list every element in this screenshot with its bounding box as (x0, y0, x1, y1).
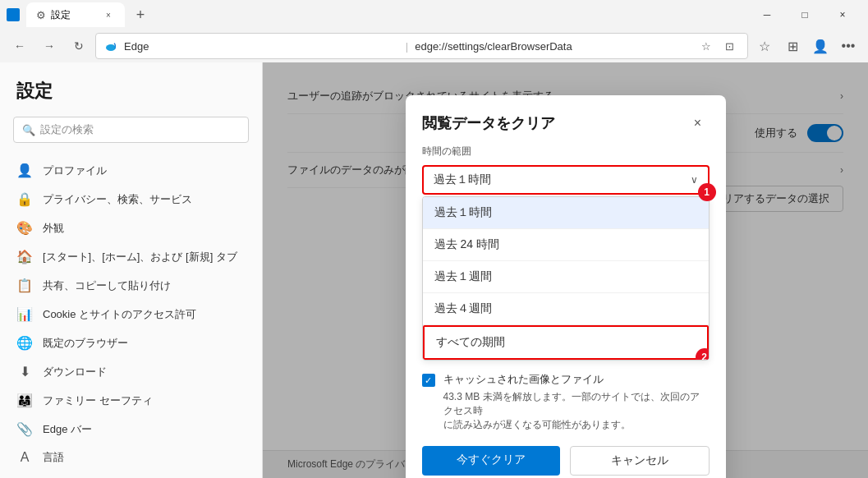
sidebar-item-cookies[interactable]: 📊 Cookie とサイトのアクセス許可 (0, 300, 262, 329)
settings-tab[interactable]: ⚙ 設定 × (26, 2, 125, 27)
sidebar-item-label: ファミリー セーフティ (43, 393, 153, 408)
tab-gear-icon: ⚙ (36, 9, 46, 21)
sidebar-item-label: 既定のブラウザー (43, 336, 128, 351)
address-separator: | (406, 40, 408, 53)
dialog-body: 時間の範囲 過去１時間 ∨ 1 過去１時間 過去 24 時間 過去１ (406, 145, 726, 478)
tab-title: 設定 (51, 8, 71, 22)
new-tab-button[interactable]: + (128, 2, 153, 27)
tab-close-button[interactable]: × (102, 8, 115, 21)
edge-logo-icon (104, 39, 117, 53)
sidebar-item-appearance[interactable]: 🎨 外観 (0, 214, 262, 242)
refresh-button[interactable]: ↻ (66, 33, 92, 59)
close-button[interactable]: × (824, 0, 861, 30)
sidebar-item-label: Cookie とサイトのアクセス許可 (43, 307, 196, 322)
forward-button[interactable]: → (36, 33, 62, 59)
address-domain: Edge (124, 40, 399, 53)
sidebar-title: 設定 (0, 79, 262, 117)
cancel-button[interactable]: キャンセル (570, 446, 710, 476)
sidebar: 設定 🔍 設定の検索 👤 プロファイル 🔒 プライバシー、検索、サービス 🎨 外… (0, 62, 263, 478)
time-range-label: 時間の範囲 (422, 145, 710, 159)
checkbox-title: キャッシュされた画像とファイル (443, 372, 710, 387)
option-all[interactable]: すべての期間 2 (423, 325, 709, 360)
lock-icon: 🔒 (16, 191, 33, 207)
browser-icon: 🌐 (16, 335, 33, 351)
dropdown-options-list: 過去１時間 過去 24 時間 過去１週間 過去４週間 すべての期間 2 (422, 196, 710, 361)
profile-button[interactable]: 👤 (807, 33, 834, 59)
option-1h[interactable]: 過去１時間 (423, 197, 709, 229)
dialog-title: 閲覧データをクリア (422, 113, 555, 133)
tab-area: ⚙ 設定 × + (26, 2, 742, 27)
sidebar-item-label: ダウンロード (43, 365, 107, 379)
sidebar-item-edge-bar[interactable]: 📎 Edge バー (0, 415, 262, 444)
appearance-icon: 🎨 (16, 220, 33, 236)
sidebar-item-label: 外観 (43, 221, 64, 236)
page-content: ユーザーの追跡がブロックされているサイトを表示する › 使用する ファイルのデー… (263, 62, 868, 478)
main-content: 設定 🔍 設定の検索 👤 プロファイル 🔒 プライバシー、検索、サービス 🎨 外… (0, 62, 868, 478)
sidebar-item-language[interactable]: A 言語 (0, 444, 262, 471)
dialog-close-button[interactable]: × (687, 112, 710, 135)
search-box[interactable]: 🔍 設定の検索 (13, 117, 249, 143)
clear-data-dialog: 閲覧データをクリア × 時間の範囲 過去１時間 ∨ 1 (406, 95, 726, 478)
browser-frame: ⚙ 設定 × + ─ □ × ← → ↻ Edge | edge://setti… (0, 0, 868, 478)
sidebar-item-profile[interactable]: 👤 プロファイル (0, 156, 262, 185)
checkbox-content: キャッシュされた画像とファイル 43.3 MB 未満を解放します。一部のサイトで… (443, 372, 710, 431)
sidebar-item-privacy[interactable]: 🔒 プライバシー、検索、サービス (0, 185, 262, 214)
sidebar-item-share[interactable]: 📋 共有、コピーして貼り付け (0, 271, 262, 300)
restore-button[interactable]: □ (786, 0, 824, 30)
language-icon: A (16, 450, 33, 465)
sidebar-item-start[interactable]: 🏠 [スタート]、[ホーム]、および [新規] タブ (0, 242, 262, 271)
clear-now-button[interactable]: 今すぐクリア (422, 446, 560, 476)
sidebar-item-family[interactable]: 👨‍👩‍👧 ファミリー セーフティ (0, 386, 262, 415)
sidebar-item-label: プロファイル (43, 163, 107, 178)
sidebar-item-label: プライバシー、検索、サービス (43, 192, 192, 207)
home-icon: 🏠 (16, 249, 33, 264)
checkbox-description: 43.3 MB 未満を解放します。一部のサイトでは、次回のアクセス時 に読み込み… (443, 390, 710, 431)
collections-button[interactable]: ⊞ (779, 33, 806, 59)
search-input[interactable]: 設定の検索 (40, 122, 94, 137)
option-24h[interactable]: 過去 24 時間 (423, 229, 709, 261)
sidebar-item-label: Edge バー (43, 422, 92, 437)
favorites-icon[interactable]: ☆ (696, 36, 716, 56)
download-icon: ⬇ (16, 364, 33, 379)
dropdown-chevron-icon: ∨ (691, 174, 698, 186)
sidebar-item-downloads[interactable]: ⬇ ダウンロード (0, 357, 262, 386)
address-icons: ☆ ⊡ (696, 36, 739, 56)
sidebar-item-label: 共有、コピーして貼り付け (43, 278, 171, 293)
dropdown-selected-value: 過去１時間 (434, 172, 691, 187)
modal-overlay: 閲覧データをクリア × 時間の範囲 過去１時間 ∨ 1 (263, 62, 868, 478)
dialog-footer: 今すぐクリア キャンセル (422, 446, 710, 476)
minimize-button[interactable]: ─ (748, 0, 786, 30)
checkbox-row: ✓ キャッシュされた画像とファイル 43.3 MB 未満を解放します。一部のサイ… (422, 372, 710, 431)
profile-icon: 👤 (16, 163, 33, 178)
svg-point-0 (106, 44, 116, 51)
window-controls: ─ □ × (748, 0, 861, 30)
back-button[interactable]: ← (7, 33, 33, 59)
family-icon: 👨‍👩‍👧 (16, 393, 33, 408)
nav-bar: ← → ↻ Edge | edge://settings/clearBrowse… (0, 30, 868, 62)
badge-1: 1 (698, 183, 716, 201)
option-1w[interactable]: 過去１週間 (423, 261, 709, 293)
address-url: edge://settings/clearBrowserData (415, 40, 690, 53)
time-range-dropdown[interactable]: 過去１時間 ∨ 1 (422, 165, 710, 195)
share-icon: 📋 (16, 278, 33, 293)
search-icon: 🔍 (22, 124, 35, 136)
profile-icon[interactable]: ⊡ (719, 36, 739, 56)
sidebar-item-label: [スタート]、[ホーム]、および [新規] タブ (43, 250, 237, 264)
browser-icon (7, 8, 20, 21)
title-bar: ⚙ 設定 × + ─ □ × (0, 0, 868, 30)
favorites-button[interactable]: ☆ (751, 33, 778, 59)
nav-right-buttons: ☆ ⊞ 👤 ••• (751, 33, 861, 59)
dialog-header: 閲覧データをクリア × (406, 95, 726, 145)
option-4w[interactable]: 過去４週間 (423, 293, 709, 325)
address-bar[interactable]: Edge | edge://settings/clearBrowserData … (95, 33, 748, 59)
option-all-label: すべての期間 (436, 335, 505, 348)
sidebar-item-label: 言語 (43, 450, 64, 465)
more-button[interactable]: ••• (835, 33, 861, 59)
badge-2: 2 (696, 348, 710, 361)
cookies-icon: 📊 (16, 306, 33, 322)
sidebar-item-default-browser[interactable]: 🌐 既定のブラウザー (0, 329, 262, 357)
cache-checkbox[interactable]: ✓ (422, 374, 435, 387)
edgebar-icon: 📎 (16, 421, 33, 437)
sidebar-item-printer[interactable]: 🖨 プリンター (0, 471, 262, 478)
